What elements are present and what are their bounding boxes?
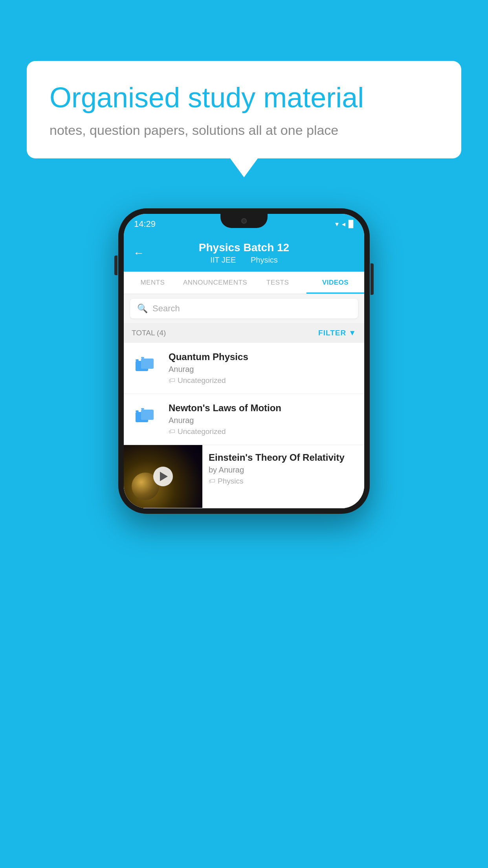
item-title: Quantum Physics — [169, 351, 356, 362]
header-subtitle-part1: IIT JEE — [210, 256, 236, 264]
list-item[interactable]: Quantum Physics Anurag 🏷 Uncategorized — [124, 343, 364, 394]
camera-dot — [241, 218, 247, 224]
status-time: 14:29 — [134, 219, 156, 229]
total-count: TOTAL (4) — [132, 329, 166, 337]
phone-mockup: 14:29 ▾ ◂ ▉ ← Physics Batch 12 IIT JEE P… — [118, 208, 370, 514]
search-placeholder: Search — [152, 303, 180, 314]
play-button[interactable] — [153, 467, 173, 486]
filter-bar: TOTAL (4) FILTER ▼ — [124, 323, 364, 343]
svg-rect-7 — [136, 410, 139, 412]
tag-label: Uncategorized — [178, 376, 226, 385]
search-bar[interactable]: 🔍 Search — [130, 299, 358, 318]
speech-bubble: Organised study material notes, question… — [27, 61, 461, 158]
phone-outer: 14:29 ▾ ◂ ▉ ← Physics Batch 12 IIT JEE P… — [118, 208, 370, 514]
folder-icon — [136, 355, 158, 377]
filter-button[interactable]: FILTER ▼ — [318, 329, 356, 337]
item-tag: 🏷 Uncategorized — [169, 427, 356, 436]
video-thumbnail — [124, 445, 202, 508]
battery-icon: ▉ — [349, 220, 354, 228]
bubble-title: Organised study material — [50, 81, 438, 114]
back-button[interactable]: ← — [133, 247, 144, 259]
phone-side-button-left — [114, 256, 117, 275]
item-info: Newton's Laws of Motion Anurag 🏷 Uncateg… — [169, 403, 356, 436]
header-subtitle: IIT JEE Physics — [207, 256, 281, 265]
tab-videos[interactable]: VIDEOS — [306, 272, 364, 294]
item-tag: 🏷 Physics — [209, 477, 358, 485]
tag-icon: 🏷 — [169, 377, 175, 384]
status-icons: ▾ ◂ ▉ — [335, 220, 354, 228]
phone-notch — [220, 214, 268, 228]
svg-rect-1 — [136, 359, 139, 361]
item-author: by Anurag — [209, 465, 358, 474]
phone-side-button-right — [371, 263, 374, 295]
video-list: Quantum Physics Anurag 🏷 Uncategorized — [124, 343, 364, 508]
filter-icon: ▼ — [349, 329, 356, 337]
item-title: Einstein's Theory Of Relativity — [209, 452, 358, 463]
svg-rect-10 — [141, 408, 144, 410]
search-icon: 🔍 — [137, 303, 148, 314]
header-subtitle-part2: Physics — [251, 256, 278, 264]
svg-rect-11 — [141, 410, 154, 420]
search-container: 🔍 Search — [124, 294, 364, 323]
svg-rect-4 — [141, 357, 144, 359]
tab-ments[interactable]: MENTS — [124, 272, 182, 294]
folder-icon — [136, 406, 158, 428]
item-tag: 🏷 Uncategorized — [169, 376, 356, 385]
tab-announcements[interactable]: ANNOUNCEMENTS — [182, 272, 249, 294]
tab-tests[interactable]: TESTS — [249, 272, 306, 294]
item-thumbnail — [132, 351, 161, 381]
tag-icon: 🏷 — [169, 428, 175, 436]
tag-label: Uncategorized — [178, 427, 226, 436]
filter-label: FILTER — [318, 329, 346, 337]
header-title: Physics Batch 12 — [199, 241, 289, 254]
tag-label: Physics — [218, 477, 243, 485]
list-item[interactable]: Einstein's Theory Of Relativity by Anura… — [124, 445, 364, 508]
item-title: Newton's Laws of Motion — [169, 403, 356, 414]
svg-rect-5 — [141, 359, 154, 369]
bubble-subtitle: notes, question papers, solutions all at… — [50, 123, 438, 138]
item-author: Anurag — [169, 365, 356, 374]
play-icon — [160, 472, 168, 481]
wifi-icon: ▾ — [335, 220, 339, 228]
signal-icon: ◂ — [342, 220, 345, 228]
item-author: Anurag — [169, 416, 356, 425]
tab-bar: MENTS ANNOUNCEMENTS TESTS VIDEOS — [124, 272, 364, 294]
item-info: Einstein's Theory Of Relativity by Anura… — [202, 445, 364, 493]
app-header: ← Physics Batch 12 IIT JEE Physics — [124, 234, 364, 272]
item-info: Quantum Physics Anurag 🏷 Uncategorized — [169, 351, 356, 385]
item-thumbnail — [132, 403, 161, 432]
tag-icon: 🏷 — [209, 477, 215, 485]
phone-screen: 14:29 ▾ ◂ ▉ ← Physics Batch 12 IIT JEE P… — [124, 214, 364, 508]
list-item[interactable]: Newton's Laws of Motion Anurag 🏷 Uncateg… — [124, 394, 364, 445]
speech-bubble-section: Organised study material notes, question… — [27, 61, 461, 158]
